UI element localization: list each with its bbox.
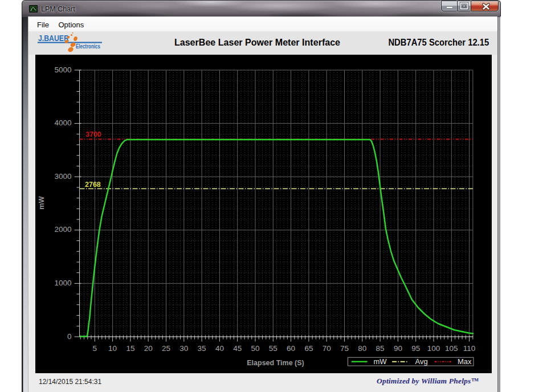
svg-text:2000: 2000 (54, 225, 71, 234)
svg-text:70: 70 (323, 344, 331, 353)
svg-text:85: 85 (376, 344, 385, 353)
svg-text:1000: 1000 (54, 279, 71, 287)
svg-text:4000: 4000 (54, 119, 71, 127)
svg-text:Max: Max (458, 357, 472, 366)
svg-text:80: 80 (358, 344, 366, 353)
svg-text:50: 50 (251, 344, 259, 353)
svg-text:35: 35 (198, 344, 206, 353)
svg-text:2768: 2768 (85, 181, 101, 189)
svg-text:5000: 5000 (54, 66, 71, 74)
svg-text:95: 95 (411, 344, 420, 353)
svg-text:10: 10 (108, 344, 117, 353)
svg-text:J.BAUER: J.BAUER (38, 34, 69, 43)
svg-text:Elapsed Time (S): Elapsed Time (S) (247, 359, 304, 367)
svg-text:30: 30 (179, 344, 188, 353)
svg-text:40: 40 (215, 344, 224, 353)
svg-text:55: 55 (269, 344, 277, 353)
svg-text:90: 90 (394, 344, 402, 353)
svg-text:Electronics: Electronics (76, 43, 100, 50)
svg-text:110: 110 (463, 344, 476, 353)
svg-text:0: 0 (67, 332, 72, 341)
svg-text:100: 100 (427, 344, 440, 353)
svg-text:Avg: Avg (415, 357, 428, 366)
svg-text:105: 105 (445, 344, 458, 353)
svg-text:20: 20 (144, 344, 153, 353)
svg-text:mW: mW (374, 357, 387, 366)
svg-text:3000: 3000 (54, 172, 71, 181)
svg-text:45: 45 (233, 344, 242, 353)
svg-text:mW: mW (38, 196, 46, 209)
svg-text:60: 60 (287, 344, 295, 353)
svg-text:25: 25 (162, 344, 170, 353)
svg-text:65: 65 (304, 344, 313, 353)
svg-text:5: 5 (93, 344, 97, 353)
svg-text:3700: 3700 (85, 130, 101, 138)
svg-text:15: 15 (126, 344, 134, 353)
svg-text:75: 75 (340, 344, 349, 353)
